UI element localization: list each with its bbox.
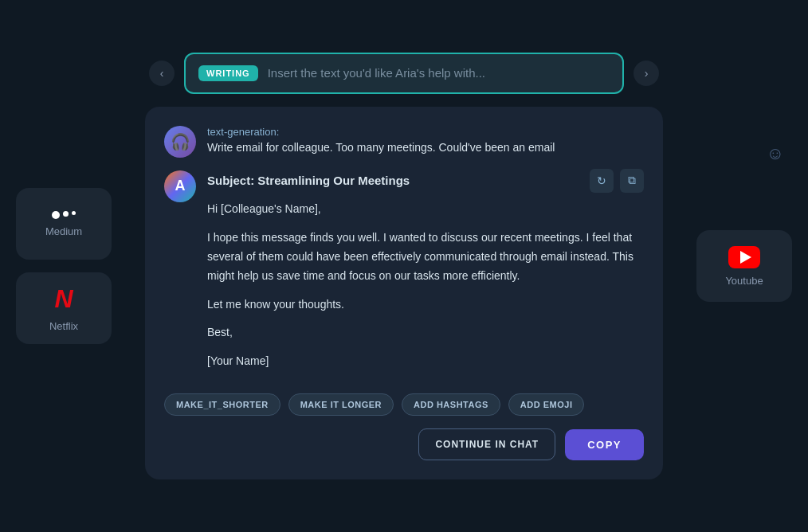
search-area: ‹ WRITING Insert the text you'd like Ari… xyxy=(149,53,659,94)
refresh-icon: ↻ xyxy=(597,174,606,187)
medium-dot-1 xyxy=(52,211,60,219)
left-apps: Medium N Netflix xyxy=(16,188,112,344)
writing-badge: WRITING xyxy=(198,65,258,81)
copy-button[interactable]: COPY xyxy=(565,429,644,460)
ai-response: A ↻ ⧉ Subject: Streamlining Our Meetings xyxy=(164,170,644,381)
youtube-app-icon[interactable]: Youtube xyxy=(696,230,792,302)
email-content: Subject: Streamlining Our Meetings Hi [C… xyxy=(207,170,644,371)
user-avatar-icon: 🎧 xyxy=(171,132,190,151)
prev-arrow-button[interactable]: ‹ xyxy=(149,61,175,86)
search-placeholder: Insert the text you'd like Aria's help w… xyxy=(268,66,485,80)
medium-dot-3 xyxy=(72,211,76,215)
email-body: Hi [Colleague's Name], I hope this messa… xyxy=(207,200,644,371)
medium-logo xyxy=(52,211,76,219)
ai-action-icons: ↻ ⧉ xyxy=(590,169,644,193)
email-subject: Subject: Streamlining Our Meetings xyxy=(207,170,644,191)
medium-dot-2 xyxy=(63,211,69,217)
copy-icon-button[interactable]: ⧉ xyxy=(620,169,644,193)
emoji-indicator: ☺ xyxy=(767,143,784,164)
right-apps: Youtube xyxy=(696,230,792,302)
user-message-content: text-generation: Write email for colleag… xyxy=(207,126,644,154)
main-container: ‹ WRITING Insert the text you'd like Ari… xyxy=(141,53,667,479)
search-bar[interactable]: WRITING Insert the text you'd like Aria'… xyxy=(184,53,624,94)
user-message-label: text-generation: xyxy=(207,126,644,138)
email-greeting: Hi [Colleague's Name], xyxy=(207,200,644,219)
email-body-1: I hope this message finds you well. I wa… xyxy=(207,229,644,285)
chip-make-shorter[interactable]: MAKE_IT_SHORTER xyxy=(164,393,280,416)
copy-small-icon: ⧉ xyxy=(628,174,636,187)
email-closing: Best, xyxy=(207,323,644,342)
email-signature: [Your Name] xyxy=(207,352,644,371)
chip-add-emoji[interactable]: ADD EMOJI xyxy=(508,393,585,416)
youtube-label: Youtube xyxy=(725,275,763,287)
next-arrow-button[interactable]: › xyxy=(633,61,659,86)
ai-avatar-icon: A xyxy=(175,178,186,194)
chip-make-longer[interactable]: MAKE IT LONGER xyxy=(288,393,394,416)
bottom-buttons: CONTINUE IN CHAT COPY xyxy=(164,428,644,460)
chip-add-hashtags[interactable]: ADD HASHTAGS xyxy=(402,393,500,416)
ai-response-content: ↻ ⧉ Subject: Streamlining Our Meetings H… xyxy=(207,170,644,381)
medium-app-icon[interactable]: Medium xyxy=(16,188,112,260)
youtube-play-icon xyxy=(740,251,751,264)
user-message-text: Write email for colleague. Too many meet… xyxy=(207,141,644,154)
ai-avatar: A xyxy=(164,170,196,202)
netflix-logo: N xyxy=(54,284,73,314)
email-body-2: Let me know your thoughts. xyxy=(207,295,644,315)
user-message: 🎧 text-generation: Write email for colle… xyxy=(164,126,644,158)
youtube-logo xyxy=(728,246,760,268)
continue-in-chat-button[interactable]: CONTINUE IN CHAT xyxy=(418,428,555,460)
smiley-icon: ☺ xyxy=(767,143,784,163)
netflix-label: Netflix xyxy=(49,320,78,332)
chat-panel: 🎧 text-generation: Write email for colle… xyxy=(145,107,663,479)
action-chips: MAKE_IT_SHORTER MAKE IT LONGER ADD HASHT… xyxy=(164,393,644,416)
user-avatar: 🎧 xyxy=(164,126,196,158)
medium-label: Medium xyxy=(45,225,82,237)
refresh-button[interactable]: ↻ xyxy=(590,169,614,193)
netflix-app-icon[interactable]: N Netflix xyxy=(16,272,112,344)
right-arrow-icon: › xyxy=(645,67,649,80)
left-arrow-icon: ‹ xyxy=(160,67,164,80)
